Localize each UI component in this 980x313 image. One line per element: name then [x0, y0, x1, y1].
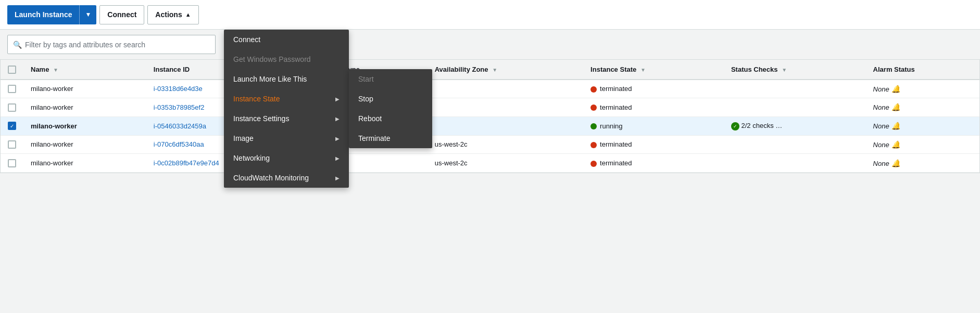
toolbar: Launch Instance ▼ Connect Actions ▲ [0, 0, 980, 30]
row-checkbox[interactable] [1, 154, 23, 173]
alarm-bell-icon[interactable]: 🔔 [889, 85, 900, 93]
col-header-name[interactable]: Name ▼ [23, 60, 146, 80]
status-checks [724, 135, 866, 154]
availability-zone: us-west-2c [428, 154, 583, 173]
checkbox[interactable] [8, 85, 16, 93]
instance-state: terminated [583, 80, 724, 98]
table-header-row: Name ▼ Instance ID Instance Type Availab… [1, 60, 979, 80]
status-checks [724, 154, 866, 173]
az-sort-icon[interactable]: ▼ [492, 67, 497, 73]
state-dot-icon [590, 161, 597, 167]
instance-name: milano-worker [23, 80, 146, 98]
state-sort-icon[interactable]: ▼ [640, 67, 646, 73]
alarm-status: None 🔔 [866, 116, 979, 135]
name-sort-icon[interactable]: ▼ [53, 67, 58, 73]
instance-settings-arrow-icon: ▶ [335, 116, 340, 122]
instance-state-submenu-wrapper: Start Stop Reboot Terminate [349, 69, 432, 173]
launch-instance-button[interactable]: Launch Instance ▼ [7, 5, 96, 24]
availability-zone [428, 116, 583, 135]
menu-item-instance-state[interactable]: Instance State ▶ [224, 89, 349, 109]
instance-name: milano-worker [23, 116, 146, 135]
table-row[interactable]: ✓milano-workeri-0546033d2459arunning✓ 2/… [1, 116, 979, 135]
col-header-status-checks[interactable]: Status Checks ▼ [724, 60, 866, 80]
state-dot-icon [590, 123, 597, 129]
instances-table: Name ▼ Instance ID Instance Type Availab… [1, 60, 979, 173]
col-header-alarm-status[interactable]: Alarm Status [866, 60, 979, 80]
actions-arrow-icon: ▲ [185, 11, 191, 18]
table-row[interactable]: milano-workeri-0c02b89fb47e9e7d4p3.2xlar… [1, 154, 979, 173]
instance-state: terminated [583, 135, 724, 154]
networking-arrow-icon: ▶ [335, 155, 340, 161]
image-arrow-icon: ▶ [335, 136, 340, 141]
launch-instance-label: Launch Instance [7, 5, 80, 24]
actions-dropdown: Connect Get Windows Password Launch More… [224, 30, 432, 173]
search-icon: 🔍 [13, 41, 22, 49]
search-placeholder: Filter by tags and attributes or search [25, 41, 145, 49]
alarm-status: None 🔔 [866, 98, 979, 117]
instance-state: terminated [583, 98, 724, 117]
col-header-availability-zone[interactable]: Availability Zone ▼ [428, 60, 583, 80]
instance-state-submenu: Start Stop Reboot Terminate [349, 69, 432, 148]
instance-name: milano-worker [23, 135, 146, 154]
submenu-item-terminate[interactable]: Terminate [349, 128, 432, 148]
status-checks [724, 80, 866, 98]
alarm-status: None 🔔 [866, 135, 979, 154]
instance-state: running [583, 116, 724, 135]
table-row[interactable]: milano-workeri-0353b78985ef2terminatedNo… [1, 98, 979, 117]
status-checks: ✓ 2/2 checks … [724, 116, 866, 135]
availability-zone [428, 98, 583, 117]
instances-table-wrapper: Name ▼ Instance ID Instance Type Availab… [0, 59, 980, 173]
availability-zone: us-west-2c [428, 135, 583, 154]
row-checkbox[interactable]: ✓ [1, 116, 23, 135]
menu-item-image[interactable]: Image ▶ [224, 128, 349, 148]
actions-label: Actions [155, 10, 182, 19]
connect-button[interactable]: Connect [99, 5, 144, 24]
row-checkbox[interactable] [1, 135, 23, 154]
alarm-status: None 🔔 [866, 154, 979, 173]
checkbox[interactable] [8, 159, 16, 167]
alarm-bell-icon[interactable]: 🔔 [889, 103, 900, 111]
menu-item-cloudwatch[interactable]: CloudWatch Monitoring ▶ [224, 168, 349, 173]
checkbox[interactable] [8, 103, 16, 112]
state-dot-icon [590, 105, 597, 111]
menu-item-launch-more[interactable]: Launch More Like This [224, 69, 349, 89]
instance-state-arrow-icon: ▶ [335, 96, 340, 102]
instance-name: milano-worker [23, 98, 146, 117]
availability-zone [428, 80, 583, 98]
alarm-status: None 🔔 [866, 80, 979, 98]
table-row[interactable]: milano-workeri-070c6df5340aaus-west-2cte… [1, 135, 979, 154]
alarm-bell-icon[interactable]: 🔔 [889, 140, 900, 149]
menu-item-connect[interactable]: Connect [224, 30, 349, 49]
instance-name: milano-worker [23, 154, 146, 173]
table-body: milano-workeri-03318d6e4d3eterminatedNon… [1, 80, 979, 173]
status-checks [724, 98, 866, 117]
col-header-instance-state[interactable]: Instance State ▼ [583, 60, 724, 80]
launch-instance-dropdown-arrow[interactable]: ▼ [80, 5, 96, 24]
menu-item-networking[interactable]: Networking ▶ [224, 148, 349, 168]
menu-item-get-windows-password: Get Windows Password [224, 49, 349, 69]
alarm-bell-icon[interactable]: 🔔 [889, 122, 900, 130]
actions-menu: Connect Get Windows Password Launch More… [224, 30, 349, 173]
alarm-bell-icon[interactable]: 🔔 [889, 159, 900, 167]
submenu-item-start: Start [349, 69, 432, 89]
submenu-item-stop[interactable]: Stop [349, 89, 432, 109]
checkbox[interactable]: ✓ [8, 122, 16, 130]
search-bar[interactable]: 🔍 Filter by tags and attributes or searc… [7, 35, 216, 54]
checkbox[interactable] [8, 140, 16, 149]
instance-state: terminated [583, 154, 724, 173]
state-dot-icon [590, 142, 597, 148]
menu-item-instance-settings[interactable]: Instance Settings ▶ [224, 109, 349, 128]
header-checkbox[interactable] [8, 66, 16, 74]
checks-sort-icon[interactable]: ▼ [782, 67, 787, 73]
select-all-checkbox[interactable] [1, 60, 23, 80]
row-checkbox[interactable] [1, 80, 23, 98]
table-row[interactable]: milano-workeri-03318d6e4d3eterminatedNon… [1, 80, 979, 98]
submenu-item-reboot[interactable]: Reboot [349, 109, 432, 128]
actions-button[interactable]: Actions ▲ [147, 5, 198, 24]
check-icon: ✓ [731, 122, 739, 131]
row-checkbox[interactable] [1, 98, 23, 117]
state-dot-icon [590, 86, 597, 93]
